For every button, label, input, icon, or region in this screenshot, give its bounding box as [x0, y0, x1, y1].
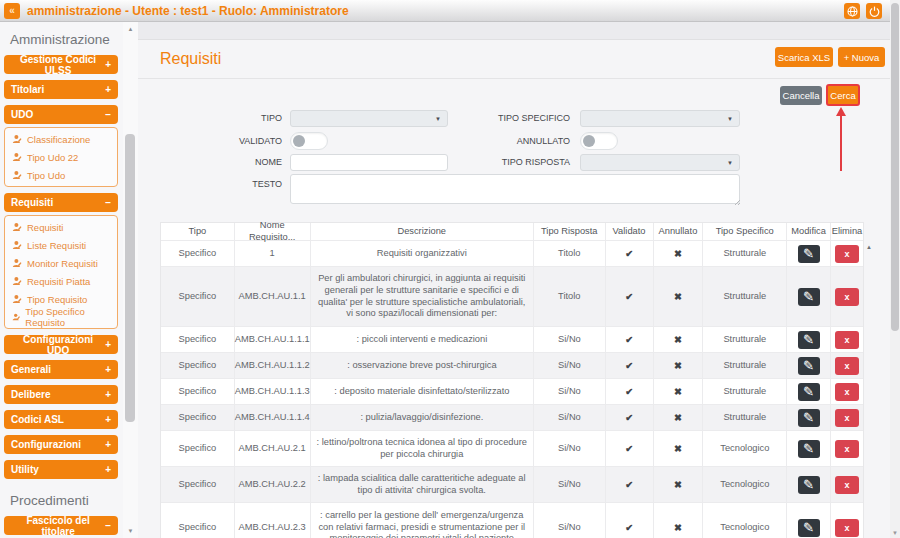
- main-content: Requisiti Scarica XLS + Nuova Cancella C…: [138, 22, 890, 538]
- sidebar-group-codici-asl[interactable]: Codici ASL +: [4, 410, 118, 429]
- cell-tipo: Specifico: [161, 241, 235, 266]
- tipo-select[interactable]: ▼: [290, 110, 448, 127]
- delete-button[interactable]: x: [835, 357, 859, 375]
- edit-button[interactable]: ✎: [798, 383, 820, 401]
- cell-tipo-specifico: Strutturale: [703, 379, 787, 404]
- col-header-tipo-specifico: Tipo Specifico: [703, 223, 787, 240]
- table-row: Specifico AMB.CH.AU.1.1.1 : piccoli inte…: [161, 327, 863, 353]
- sidebar-group-requisiti[interactable]: Requisiti −: [4, 193, 118, 212]
- sidebar-item-requisiti[interactable]: Requisiti: [5, 218, 117, 236]
- annullato-toggle[interactable]: [580, 132, 618, 150]
- col-header-modifica: Modifica: [787, 223, 831, 240]
- cell-tipo-risposta: Titolo: [534, 267, 606, 326]
- delete-button[interactable]: x: [835, 288, 859, 306]
- sidebar-scrollbar-thumb[interactable]: [125, 134, 135, 422]
- scroll-up-icon[interactable]: ▲: [123, 26, 138, 32]
- sidebar-item-tipo-specifico-requisito[interactable]: Tipo Specifico Requisito: [5, 308, 117, 326]
- divider: [138, 78, 890, 79]
- delete-button[interactable]: x: [835, 440, 859, 458]
- table-row: Specifico AMB.CH.AU.2.1 : lettino/poltro…: [161, 431, 863, 467]
- download-xls-button[interactable]: Scarica XLS: [775, 47, 833, 67]
- cell-tipo-specifico: Tecnologico: [703, 431, 787, 466]
- sidebar-item-requisiti-piatta[interactable]: Requisiti Piatta: [5, 272, 117, 290]
- logout-button[interactable]: [866, 3, 882, 19]
- sidebar-group-delibere[interactable]: Delibere +: [4, 385, 118, 404]
- sidebar-collapse-button[interactable]: «: [4, 3, 20, 19]
- check-icon: ✔: [625, 334, 633, 346]
- edit-button[interactable]: ✎: [798, 519, 820, 537]
- resize-grip-icon[interactable]: [734, 199, 740, 205]
- item-label: Tipo Requisito: [27, 294, 87, 305]
- cell-tipo-risposta: Si/No: [534, 405, 606, 430]
- item-label: Tipo Udo: [27, 170, 65, 181]
- globe-button[interactable]: [844, 3, 860, 19]
- cell-tipo-specifico: Strutturale: [703, 267, 787, 326]
- group-label: Gestione Codici ULSS: [11, 54, 105, 76]
- user-icon: [12, 276, 22, 286]
- scroll-up-icon[interactable]: ▲: [866, 244, 872, 250]
- delete-x-icon: x: [845, 444, 850, 454]
- sidebar-group-generali[interactable]: Generali +: [4, 360, 118, 379]
- user-icon: [12, 312, 20, 322]
- edit-button[interactable]: ✎: [798, 245, 820, 263]
- delete-button[interactable]: x: [835, 476, 859, 494]
- sidebar-group-utility[interactable]: Utility +: [4, 460, 118, 479]
- edit-button[interactable]: ✎: [798, 288, 820, 306]
- app-window: « amministrazione - Utente : test1 - Ruo…: [0, 0, 900, 538]
- delete-button[interactable]: x: [835, 331, 859, 349]
- col-header-nome: Nome Requisito...: [235, 223, 311, 240]
- edit-icon: ✎: [803, 358, 814, 373]
- page-scrollbar-thumb[interactable]: [891, 3, 899, 331]
- tipo-specifico-select[interactable]: ▼: [580, 110, 740, 127]
- new-button[interactable]: + Nuova: [838, 47, 885, 67]
- sidebar-scrollbar[interactable]: ▲ ▼: [123, 22, 138, 538]
- sidebar-item-classificazione[interactable]: Classificazione: [5, 130, 117, 148]
- nome-input[interactable]: [290, 154, 448, 171]
- edit-button[interactable]: ✎: [798, 331, 820, 349]
- sidebar-group-configurazioni[interactable]: Configurazioni +: [4, 435, 118, 454]
- sidebar-group-configurazioni-udo[interactable]: Configurazioni UDO +: [4, 335, 118, 354]
- toggle-knob: [293, 135, 305, 147]
- clear-button[interactable]: Cancella: [780, 86, 822, 105]
- edit-button[interactable]: ✎: [798, 476, 820, 494]
- sidebar-item-tipo-udo[interactable]: Tipo Udo: [5, 166, 117, 184]
- sidebar-group-fascicolo-del-titolare[interactable]: Fascicolo del titolare −: [4, 516, 118, 535]
- globe-icon: [847, 6, 858, 17]
- group-label: Configurazioni: [11, 439, 81, 450]
- delete-button[interactable]: x: [835, 245, 859, 263]
- edit-button[interactable]: ✎: [798, 409, 820, 427]
- sidebar-item-liste-requisiti[interactable]: Liste Requisiti: [5, 236, 117, 254]
- delete-button[interactable]: x: [835, 409, 859, 427]
- delete-button[interactable]: x: [835, 383, 859, 401]
- user-icon: [12, 134, 22, 144]
- sidebar-group-udo[interactable]: UDO −: [4, 105, 118, 124]
- item-label: Tipo Udo 22: [27, 152, 78, 163]
- cell-descrizione: Requisiti organizzativi: [311, 241, 534, 266]
- validato-toggle[interactable]: [290, 132, 328, 150]
- search-button[interactable]: Cerca: [826, 84, 860, 106]
- table-scrollbar[interactable]: ▲: [864, 222, 878, 538]
- minus-icon: −: [105, 197, 111, 208]
- edit-button[interactable]: ✎: [798, 440, 820, 458]
- delete-button[interactable]: x: [835, 519, 859, 537]
- sidebar-group-titolari[interactable]: Titolari +: [4, 80, 118, 99]
- edit-icon: ✎: [803, 289, 814, 304]
- col-header-validato: Validato: [606, 223, 654, 240]
- sidebar-item-tipo-udo-22[interactable]: Tipo Udo 22: [5, 148, 117, 166]
- minus-icon: −: [105, 109, 111, 120]
- edit-button[interactable]: ✎: [798, 357, 820, 375]
- testo-textarea[interactable]: [290, 174, 740, 204]
- nome-label: NOME: [152, 157, 282, 167]
- sidebar-submenu-requisiti: Requisiti Liste Requisiti Monitor Requis…: [4, 215, 118, 329]
- cell-tipo: Specifico: [161, 503, 235, 538]
- chevron-down-icon: ▼: [727, 160, 733, 166]
- page-scrollbar[interactable]: ▼: [890, 0, 900, 538]
- tipo-risposta-select[interactable]: ▼: [580, 154, 740, 171]
- sidebar-item-monitor-requisiti[interactable]: Monitor Requisiti: [5, 254, 117, 272]
- plus-icon: +: [105, 389, 111, 400]
- scroll-down-icon[interactable]: ▼: [890, 530, 900, 536]
- user-icon: [12, 222, 22, 232]
- sidebar-group-gestione-codici-ulss[interactable]: Gestione Codici ULSS +: [4, 55, 118, 74]
- scroll-down-icon[interactable]: ▼: [123, 528, 138, 534]
- cell-nome: AMB.CH.AU.1.1.2: [235, 353, 311, 378]
